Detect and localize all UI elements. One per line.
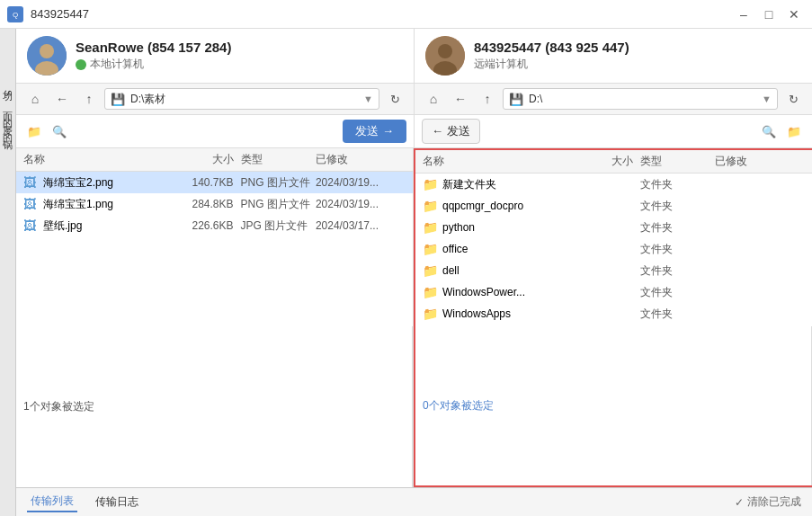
local-file-name: 壁纸.jpg <box>43 218 82 234</box>
remote-file-icon: 📁 <box>423 199 437 213</box>
remote-refresh-button[interactable]: ↻ <box>781 87 805 111</box>
remote-search-icon[interactable]: 🔍 <box>758 120 780 142</box>
send-button[interactable]: 发送 → <box>343 120 406 143</box>
local-file-row[interactable]: 🖼 海绵宝宝1.png 284.8KB PNG 图片文件 2024/03/19.… <box>16 193 413 215</box>
remote-status-label: 远端计算机 <box>474 57 528 72</box>
local-file-row[interactable]: 🖼 壁纸.jpg 226.6KB JPG 图片文件 2024/03/17... <box>16 215 413 236</box>
remote-file-icon: 📁 <box>423 285 437 299</box>
remote-file-icon: 📁 <box>423 242 437 256</box>
remote-file-type: 文件夹 <box>640 177 715 192</box>
remote-file-name-cell: 📁 WindowsApps <box>423 307 573 321</box>
clear-completed-button[interactable]: ✓ 清除已完成 <box>735 494 801 510</box>
local-search-icon[interactable]: 🔍 <box>49 120 70 142</box>
local-path-icon: 💾 <box>111 93 125 106</box>
remote-file-row[interactable]: 📁 dell 文件夹 <box>415 260 812 281</box>
svg-text:Q: Q <box>13 11 18 19</box>
local-col-date: 已修改 <box>316 152 406 167</box>
receive-button[interactable]: ← 发送 <box>422 119 480 144</box>
remote-file-type: 文件夹 <box>640 242 715 257</box>
remote-file-row[interactable]: 📁 office 文件夹 <box>415 238 812 260</box>
local-file-icon: 🖼 <box>23 175 38 190</box>
remote-file-row[interactable]: 📁 python 文件夹 <box>415 217 812 238</box>
local-file-icon: 🖼 <box>23 197 38 211</box>
remote-file-name-cell: 📁 dell <box>423 263 573 278</box>
remote-file-row[interactable]: 📁 新建文件夹 文件夹 <box>415 173 812 195</box>
local-file-name: 海绵宝宝2.png <box>43 175 113 191</box>
remote-user-name: 843925447 (843 925 447) <box>474 40 629 55</box>
local-file-type: PNG 图片文件 <box>241 175 316 191</box>
file-list-row: 名称 大小 类型 已修改 🖼 海绵宝宝2.png 140.7KB PNG 图片文… <box>16 148 812 487</box>
local-path-text: D:\素材 <box>130 92 165 107</box>
remote-back-button[interactable]: ← <box>449 87 472 111</box>
remote-col-name: 名称 <box>423 154 573 169</box>
tab-transfer-list[interactable]: 传输列表 <box>27 492 77 512</box>
remote-file-icon: 📁 <box>423 220 437 235</box>
remote-file-name-cell: 📁 office <box>423 242 573 256</box>
local-new-folder-icon[interactable]: 📁 <box>23 120 45 142</box>
local-user-avatar <box>27 36 67 76</box>
remote-toolbar-panel: ⌂ ← ↑ 💾 D:\ ▼ ↻ <box>415 84 812 114</box>
remote-path-dropdown-icon[interactable]: ▼ <box>762 93 772 104</box>
local-back-button[interactable]: ← <box>50 87 74 111</box>
remote-file-row[interactable]: 📁 WindowsPower... 文件夹 <box>415 281 812 303</box>
remote-file-row[interactable]: 📁 qqpcmgr_docpro 文件夹 <box>415 195 812 217</box>
remote-file-icon: 📁 <box>423 263 437 278</box>
local-file-date: 2024/03/19... <box>316 176 406 189</box>
svg-point-6 <box>438 44 452 58</box>
remote-up-button[interactable]: ↑ <box>476 87 499 111</box>
remote-user-panel: 843925447 (843 925 447) 远端计算机 <box>415 29 812 83</box>
tab-transfer-log[interactable]: 传输日志 <box>92 493 142 512</box>
local-col-name: 名称 <box>23 152 174 167</box>
remote-file-name-cell: 📁 python <box>423 220 573 235</box>
remote-file-type: 文件夹 <box>640 263 715 279</box>
minimize-button[interactable]: – <box>733 4 754 25</box>
restore-button[interactable]: □ <box>758 4 780 25</box>
app-icon: Q <box>7 6 23 22</box>
bottom-bar: 传输列表 传输日志 ✓ 清除已完成 <box>16 487 812 516</box>
remote-file-rows: 📁 新建文件夹 文件夹 📁 qqpcmgr_docpro 文件夹 📁 pytho… <box>415 173 812 326</box>
remote-file-name: qqpcmgr_docpro <box>442 200 523 212</box>
remote-action-panel: ← 发送 🔍 📁 <box>415 115 812 147</box>
local-col-size: 大小 <box>174 152 241 167</box>
window-controls: – □ ✕ <box>733 4 805 25</box>
remote-path-text: D:\ <box>529 93 542 105</box>
user-info-row: SeanRowe (854 157 284) 本地计算机 <box>16 29 812 84</box>
local-toolbar-panel: ⌂ ← ↑ 💾 D:\素材 ▼ ↻ <box>16 84 415 114</box>
local-file-date: 2024/03/19... <box>316 198 406 210</box>
local-status-label: 本地计算机 <box>90 57 144 72</box>
local-file-row[interactable]: 🖼 海绵宝宝2.png 140.7KB PNG 图片文件 2024/03/19.… <box>16 172 413 193</box>
local-file-date: 2024/03/17... <box>316 219 406 232</box>
remote-user-avatar <box>425 36 465 76</box>
remote-file-type: 文件夹 <box>640 220 715 236</box>
remote-col-date: 已修改 <box>715 154 805 169</box>
local-file-panel: 名称 大小 类型 已修改 🖼 海绵宝宝2.png 140.7KB PNG 图片文… <box>16 148 414 487</box>
toolbar-row: ⌂ ← ↑ 💾 D:\素材 ▼ ↻ ⌂ ← ↑ 💾 D:\ ▼ <box>16 84 812 115</box>
remote-file-name-cell: 📁 新建文件夹 <box>423 177 573 192</box>
local-home-button[interactable]: ⌂ <box>23 87 47 111</box>
local-path-dropdown-icon[interactable]: ▼ <box>363 93 373 104</box>
remote-path-icon: 💾 <box>509 93 523 106</box>
remote-file-icon: 📁 <box>423 307 437 321</box>
local-file-icon: 🖼 <box>23 218 38 233</box>
local-refresh-button[interactable]: ↻ <box>383 87 406 111</box>
local-up-button[interactable]: ↑ <box>77 87 101 111</box>
remote-file-name-cell: 📁 WindowsPower... <box>423 285 573 299</box>
remote-user-status: 远端计算机 <box>474 57 629 72</box>
remote-user-info: 843925447 (843 925 447) 远端计算机 <box>474 40 629 72</box>
local-file-name-cell: 🖼 海绵宝宝1.png <box>23 197 174 212</box>
remote-new-folder-icon[interactable]: 📁 <box>783 120 805 142</box>
clear-icon: ✓ <box>735 496 744 509</box>
local-file-name: 海绵宝宝1.png <box>43 197 113 212</box>
window-title: 843925447 <box>31 7 89 21</box>
remote-path-input[interactable]: 💾 D:\ ▼ <box>503 88 778 110</box>
close-button[interactable]: ✕ <box>783 4 805 25</box>
local-user-info: SeanRowe (854 157 284) 本地计算机 <box>76 40 231 72</box>
local-file-size: 226.6KB <box>174 219 241 232</box>
remote-file-name: 新建文件夹 <box>442 177 496 192</box>
local-path-input[interactable]: 💾 D:\素材 ▼ <box>104 88 379 110</box>
remote-file-row[interactable]: 📁 WindowsApps 文件夹 <box>415 303 812 325</box>
remote-home-button[interactable]: ⌂ <box>422 87 445 111</box>
title-bar: Q 843925447 – □ ✕ <box>0 0 812 29</box>
local-file-name-cell: 🖼 壁纸.jpg <box>23 218 174 234</box>
remote-file-icon: 📁 <box>423 177 437 191</box>
